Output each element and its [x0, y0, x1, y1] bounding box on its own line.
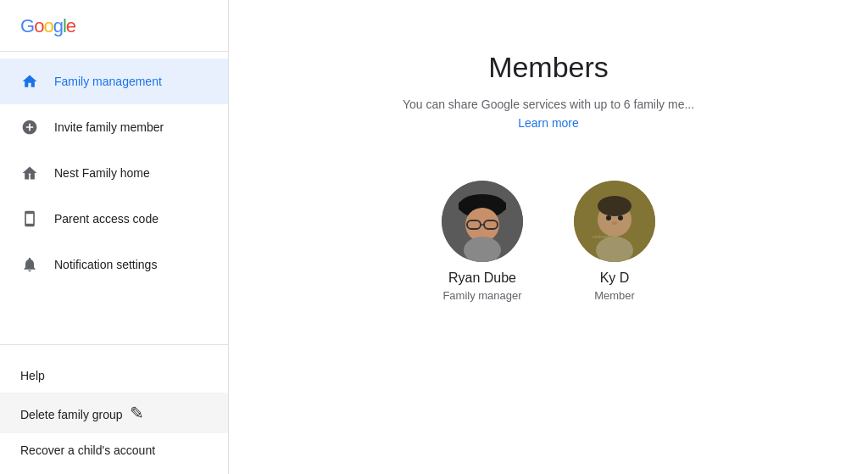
sidebar-divider: [0, 344, 228, 345]
recover-child-link[interactable]: Recover a child's account: [0, 433, 228, 467]
add-circle-icon: [20, 118, 39, 137]
sidebar-item-label: Invite family member: [54, 120, 164, 134]
google-logo: Google: [20, 15, 208, 37]
svg-point-11: [598, 196, 632, 216]
cursor-icon: ✎: [130, 403, 144, 423]
bell-icon: [20, 255, 39, 274]
sidebar-item-label: Family management: [54, 75, 162, 88]
sidebar-bottom: Help Delete family group ✎ Recover a chi…: [0, 352, 228, 474]
sidebar: Google Family management Invite family m…: [0, 0, 229, 474]
members-description: You can share Google services with up to…: [403, 98, 694, 111]
avatar-ky-d: confused: [574, 181, 655, 262]
member-name-ryan-dube: Ryan Dube: [448, 270, 516, 286]
phone-icon: [20, 209, 39, 228]
member-role-ryan-dube: Family manager: [442, 289, 521, 302]
members-grid: Ryan Dube Family manager: [442, 181, 655, 302]
main-content: Members You can share Google services wi…: [229, 0, 868, 474]
svg-point-13: [618, 215, 623, 220]
nest-icon: [20, 164, 39, 182]
sidebar-item-label: Parent access code: [54, 212, 159, 226]
home-icon: [20, 72, 39, 91]
help-link[interactable]: Help: [0, 359, 228, 393]
members-title: Members: [488, 51, 609, 84]
svg-point-12: [606, 215, 611, 220]
sidebar-item-label: Nest Family home: [54, 166, 150, 180]
sidebar-item-invite-family[interactable]: Invite family member: [0, 104, 228, 150]
learn-more-link[interactable]: Learn more: [518, 116, 579, 130]
member-name-ky-d: Ky D: [600, 270, 630, 286]
delete-family-link[interactable]: Delete family group ✎: [0, 393, 228, 433]
members-section: Members You can share Google services wi…: [280, 34, 817, 302]
sidebar-item-notification-settings[interactable]: Notification settings: [0, 242, 228, 287]
sidebar-item-label: Notification settings: [54, 258, 157, 271]
sidebar-nav: Family management Invite family member N…: [0, 52, 228, 337]
member-role-ky-d: Member: [594, 289, 635, 302]
member-card-ky-d: confused Ky D Member: [574, 181, 655, 302]
svg-point-14: [612, 221, 617, 225]
sidebar-item-nest-family-home[interactable]: Nest Family home: [0, 150, 228, 196]
svg-text:confused: confused: [593, 234, 610, 239]
logo-area: Google: [0, 0, 228, 52]
sidebar-item-parent-access[interactable]: Parent access code: [0, 196, 228, 242]
avatar-ryan-dube: [442, 181, 523, 262]
sidebar-item-family-management[interactable]: Family management: [0, 59, 228, 104]
member-card-ryan-dube: Ryan Dube Family manager: [442, 181, 523, 302]
